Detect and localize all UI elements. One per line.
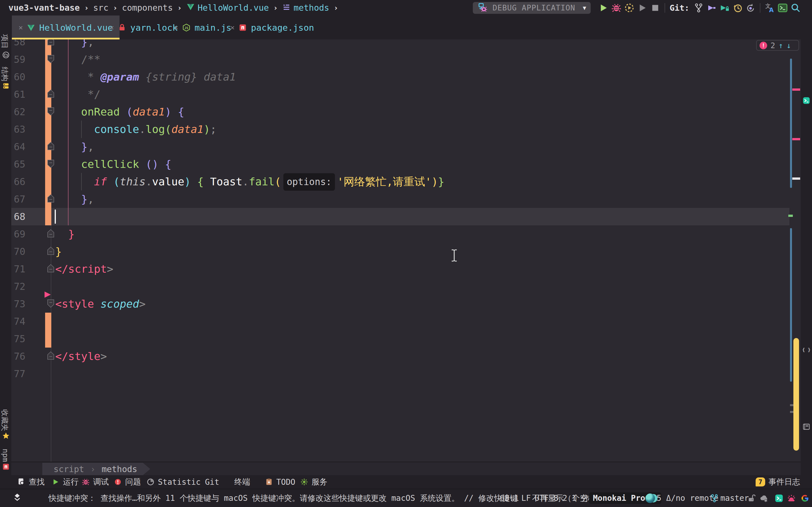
line-number-71[interactable]: 71 [11,260,26,278]
alarm-icon[interactable] [787,489,796,507]
line-number-58[interactable]: 58 [11,40,26,51]
breadcrumb-item-components[interactable]: components [122,3,173,13]
stripe-error-mark[interactable] [792,138,800,140]
star-icon[interactable] [2,432,10,441]
prev-error-icon[interactable]: ↑ [778,41,783,50]
breadcrumb-item-vue3-vant-base[interactable]: vue3-vant-base [8,3,80,13]
fold-marker-down[interactable] [47,107,54,117]
fold-marker-down[interactable] [47,159,54,169]
codota-status-icon[interactable] [774,489,783,507]
tool-window-button-查找[interactable]: 查找 [17,475,45,489]
tool-window-button-TODO[interactable]: TODO [265,475,295,489]
line-number-70[interactable]: 70 [11,243,26,260]
fold-marker-up[interactable] [47,351,54,361]
stripe-info-mark[interactable] [792,177,800,180]
line-number-61[interactable]: 61 [11,86,26,103]
npm-icon[interactable] [2,463,10,472]
fold-marker-up[interactable] [47,264,54,274]
fold-marker-up[interactable] [47,247,54,256]
debug-button[interactable] [610,1,623,14]
structure-icon[interactable] [2,82,10,91]
git-branch-name[interactable]: master [720,489,749,507]
line-number-75[interactable]: 75 [11,330,26,348]
tool-window-button-运行[interactable]: 运行 [52,475,79,489]
stop-button[interactable] [649,1,662,14]
rollback-button[interactable] [744,1,757,14]
inspection-widget[interactable]: ! 2 ↑ ↓ [756,40,799,51]
close-tab-icon[interactable]: ✕ [231,23,235,32]
json-braces-icon[interactable]: { } [802,346,810,355]
run-button[interactable] [597,1,610,14]
close-tab-icon[interactable]: ✕ [110,23,114,32]
codota-icon[interactable] [802,97,810,106]
event-log-button[interactable]: 7 事件日志 [756,475,800,489]
line-number-63[interactable]: 63 [11,121,26,138]
line-number-64[interactable]: 64 [11,138,26,156]
run-configuration-select[interactable]: DEBUG APPLICATION ▼ [473,2,591,14]
breadcrumb-script[interactable]: script [54,464,84,474]
google-translate-icon[interactable] [801,489,809,507]
stripe-error-mark[interactable] [792,89,800,91]
tool-window-button-Statistic[interactable]: Statistic [147,475,201,489]
translate-icon[interactable]: 文A [763,1,776,14]
project-circle-icon[interactable] [2,51,10,60]
scrollbar-thumb[interactable] [794,338,799,451]
next-error-icon[interactable]: ↓ [786,41,791,50]
tool-window-button-终端[interactable]: 终端 [231,475,250,489]
fold-marker-up[interactable] [47,40,54,47]
play-disabled-button[interactable] [636,1,649,14]
line-number-62[interactable]: 62 [11,103,26,121]
line-number-66[interactable]: 66 [11,173,26,190]
fold-marker-down[interactable] [47,55,54,64]
coverage-button[interactable] [623,1,636,14]
line-number-74[interactable]: 74 [11,313,26,330]
cloud-settings-icon[interactable] [760,489,769,507]
word-book-icon[interactable] [802,423,810,432]
line-number-68[interactable]: 68 [11,208,26,225]
fold-marker-up[interactable] [47,229,54,239]
code-breadcrumb[interactable]: script › methods [42,463,150,475]
fold-marker-up[interactable] [47,90,54,99]
tool-strip-favorites[interactable]: 收藏夹 [0,409,10,431]
close-tab-icon[interactable]: ✕ [174,23,178,32]
file-encoding[interactable]: UTF-8 [535,489,558,507]
git-branch-button[interactable] [692,1,705,14]
tool-strip-project[interactable]: 项目 [0,34,10,49]
line-number-77[interactable]: 77 [11,365,26,383]
line-number-67[interactable]: 67 [11,190,26,208]
fold-marker-up[interactable] [47,194,54,204]
history-button[interactable] [731,1,744,14]
breadcrumb-item-src[interactable]: src [93,3,109,13]
breadcrumb-methods[interactable]: methods [101,464,137,474]
tool-window-button-调试[interactable]: 调试 [82,475,109,489]
line-number-60[interactable]: 60 [11,68,26,86]
tool-strip-npm[interactable]: npm [1,449,10,462]
line-number-59[interactable]: 59 [11,51,26,68]
close-tab-icon[interactable]: ✕ [18,23,23,32]
line-number-72[interactable]: 72 [11,278,26,295]
git-branch-icon[interactable] [710,489,719,507]
stripe-caret-mark[interactable] [788,215,793,217]
git-ahead-status[interactable]: 5 Δ/no remote [657,489,718,507]
line-separator[interactable]: LF [521,489,531,507]
caret-position[interactable]: 68:1 [500,489,519,507]
line-number-65[interactable]: 65 [11,156,26,173]
line-number-69[interactable]: 69 [11,225,26,243]
line-number-73[interactable]: 73 [11,295,26,313]
git-push-button[interactable] [718,1,731,14]
lock-icon[interactable] [747,489,756,507]
fold-marker-down[interactable] [47,299,54,309]
breadcrumb-item-methods[interactable]: methods [282,3,329,13]
breadcrumb-item-HelloWorld.vue[interactable]: HelloWorld.vue [186,3,269,13]
terminal-icon[interactable] [776,1,789,14]
line-number-76[interactable]: 76 [11,348,26,365]
tool-window-button-服务[interactable]: 服务 [300,475,327,489]
code-editor[interactable]: 5859606162636465666768697071727374757677… [11,40,801,462]
git-update-button[interactable] [705,1,718,14]
search-everywhere-icon[interactable] [789,1,802,14]
tab-package.json[interactable]: ✕package.json [223,15,321,40]
fold-marker-up[interactable] [47,142,54,152]
material-sphere-icon[interactable] [645,489,655,507]
tool-window-button-问题[interactable]: 问题 [114,475,141,489]
tool-window-button-Git[interactable]: Git [202,475,219,489]
